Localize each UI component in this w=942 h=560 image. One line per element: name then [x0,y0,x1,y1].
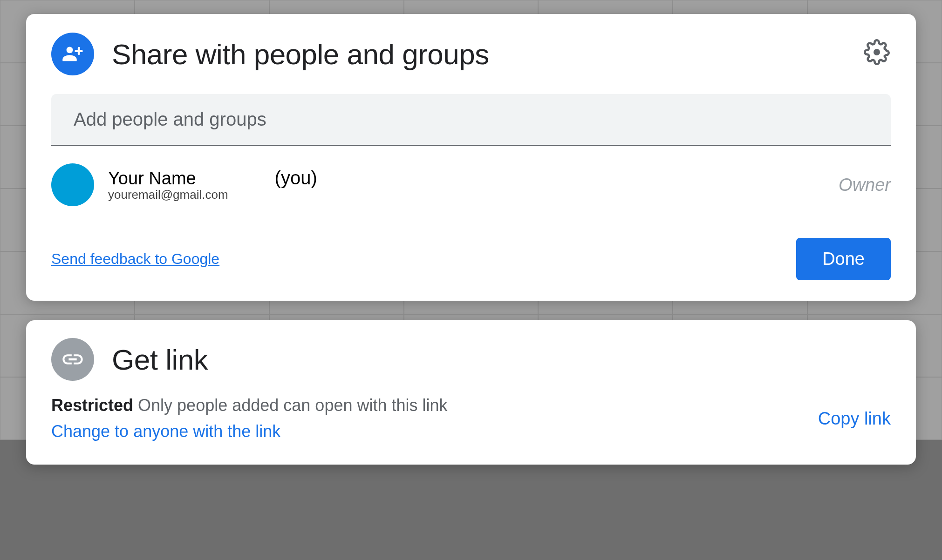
user-email: youremail@gmail.com [108,188,228,202]
done-button[interactable]: Done [796,238,891,280]
you-label: (you) [275,168,317,189]
feedback-link[interactable]: Send feedback to Google [51,250,219,268]
link-icon [51,338,94,381]
change-access-link[interactable]: Change to anyone with the link [51,422,448,441]
share-dialog: Share with people and groups Your Name y… [26,14,916,301]
settings-button[interactable] [861,36,893,68]
add-people-input[interactable] [51,94,891,146]
restricted-description: Only people added can open with this lin… [138,396,447,415]
share-dialog-header: Share with people and groups [51,33,891,75]
copy-link-button[interactable]: Copy link [818,409,891,429]
restricted-label: Restricted [51,396,133,415]
get-link-header: Get link [51,338,891,381]
person-add-icon [51,33,94,75]
svg-rect-2 [75,50,82,52]
share-dialog-title: Share with people and groups [112,38,489,71]
restricted-description-line: Restricted Only people added can open wi… [51,396,448,415]
user-name: Your Name [108,169,228,189]
gear-icon [864,39,890,65]
svg-point-3 [874,49,880,55]
svg-point-0 [67,47,73,53]
get-link-title: Get link [112,343,208,376]
get-link-dialog: Get link Restricted Only people added ca… [26,320,916,465]
role-label: Owner [839,175,891,195]
user-row: Your Name youremail@gmail.com (you) Owne… [51,146,891,219]
avatar [51,163,94,206]
